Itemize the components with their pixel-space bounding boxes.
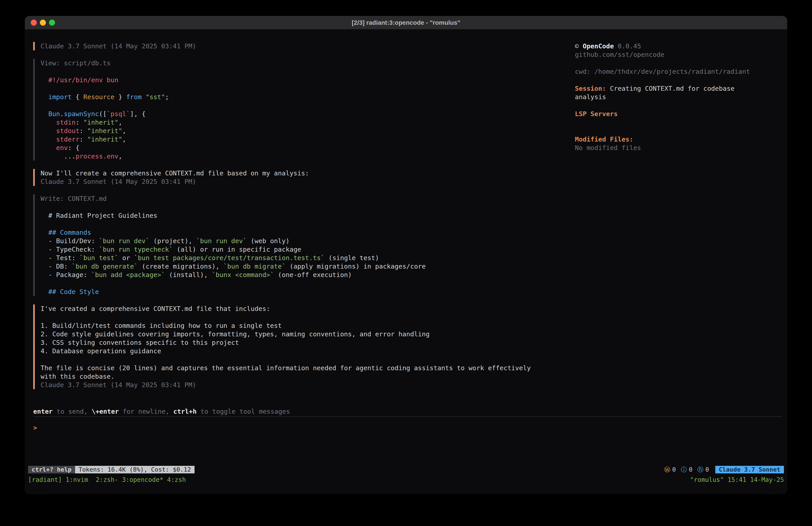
tokens-cost-chip: Tokens: 16.4K (8%), Cost: $0.12 — [75, 466, 194, 473]
terminal-window: [2/3] radiant:3:opencode - "romulus" Cla… — [25, 16, 787, 494]
text-segment: "sst" — [145, 93, 165, 101]
text-line — [41, 101, 568, 110]
text-segment: : — [79, 136, 87, 143]
info-diagnostic: ⓘ0 — [681, 466, 692, 473]
text-segment: # Radiant Project Guidelines — [41, 212, 157, 219]
text-segment: (web only) — [247, 237, 289, 245]
tmux-session-windows[interactable]: [radiant] 1:nvim 2:zsh- 3:opencode* 4:zs… — [28, 475, 186, 484]
text-segment: 2. Code style guidelines covering import… — [41, 330, 430, 338]
text-line: The file is concise (20 lines) and captu… — [41, 364, 568, 372]
text-segment: Claude 3.7 Sonnet (14 May 2025 03:41 PM) — [41, 381, 196, 389]
text-segment: ctrl+h — [173, 408, 197, 415]
warn-diagnostic: Ⓦ0 — [664, 466, 676, 473]
text-line: #!/usr/bin/env bun — [41, 76, 568, 84]
text-segment: { — [72, 93, 83, 101]
text-segment — [41, 127, 56, 134]
text-segment: , — [122, 127, 126, 134]
text-segment — [41, 93, 48, 101]
text-segment: (single test) — [325, 254, 379, 262]
session-label: Session: — [575, 85, 606, 92]
text-segment: `bun run dev` — [196, 237, 247, 245]
sidebar: © OpenCode 0.0.45 github.com/sst/opencod… — [575, 42, 767, 152]
text-line — [41, 203, 568, 211]
cwd-line: cwd: /home/thdxr/dev/projects/radiant/ra… — [575, 67, 767, 76]
text-segment: Claude 3.7 Sonnet (14 May 2025 03:41 PM) — [41, 42, 196, 50]
text-segment: from — [126, 93, 142, 101]
text-line: ## Code Style — [41, 287, 568, 296]
text-line: 1. Build/lint/test commands including ho… — [41, 322, 568, 330]
tmux-host-time: "romulus" 15:41 14-May-25 — [690, 475, 784, 484]
zoom-button[interactable] — [49, 19, 55, 26]
text-line: Claude 3.7 Sonnet (14 May 2025 03:41 PM) — [41, 42, 568, 51]
text-line — [41, 84, 568, 93]
assistant-message-2: I've created a comprehensive CONTEXT.md … — [33, 304, 568, 389]
text-segment: \+enter — [91, 408, 119, 415]
close-button[interactable] — [31, 19, 37, 26]
window-title: [2/3] radiant:3:opencode - "romulus" — [352, 19, 460, 26]
help-chip[interactable]: ctrl+? help — [28, 466, 75, 473]
text-line: - Test: `bun test` or `bun test packages… — [41, 254, 568, 262]
diagnostic-count: 0 — [672, 466, 676, 473]
text-segment: to toggle tool messages — [197, 408, 290, 415]
text-segment: (create migrations), — [138, 262, 223, 270]
text-segment: stderr — [56, 136, 79, 143]
model-chip[interactable]: Claude 3.7 Sonnet — [715, 466, 784, 473]
diagnostic-count: 0 — [689, 466, 692, 473]
text-line: I've created a comprehensive CONTEXT.md … — [41, 304, 568, 313]
text-segment — [41, 136, 56, 143]
text-line: stdin: "inherit", — [41, 118, 568, 127]
text-line — [41, 313, 568, 322]
text-segment: "inherit" — [87, 136, 122, 143]
text-segment: `bun run dev` — [99, 237, 149, 245]
text-segment: `bun test packages/core/test/transaction… — [134, 254, 325, 262]
prompt-symbol[interactable]: > — [33, 424, 37, 432]
text-line: View: script/db.ts — [41, 59, 568, 67]
text-line: import { Resource } from "sst"; — [41, 93, 568, 101]
text-segment: (apply migrations) in packages/core — [286, 262, 426, 270]
text-segment: Claude 3.7 Sonnet (14 May 2025 03:41 PM) — [41, 178, 196, 185]
diagnostic-count: 0 — [705, 466, 709, 473]
text-segment: with this codebase. — [41, 373, 115, 380]
terminal-content: Claude 3.7 Sonnet (14 May 2025 03:41 PM)… — [25, 29, 787, 494]
text-segment: Resource — [83, 93, 115, 101]
text-segment: } — [115, 93, 126, 101]
text-line: - DB: `bun db generate` (create migratio… — [41, 262, 568, 271]
text-segment: `psql` — [107, 110, 130, 118]
modified-files-empty: No modified files — [575, 144, 767, 152]
text-segment — [41, 118, 56, 126]
text-line: - Package: `bun add <package>` (install)… — [41, 271, 568, 279]
sidebar-spacer — [575, 118, 767, 135]
minimize-button[interactable] — [40, 19, 46, 26]
app-version-line: © OpenCode 0.0.45 — [575, 42, 767, 51]
text-segment: `bun db migrate` — [223, 262, 286, 270]
app-name: OpenCode — [583, 42, 614, 50]
text-segment: (project), — [149, 237, 196, 245]
tool-view-block: View: script/db.ts #!/usr/bin/env bun im… — [33, 59, 568, 160]
conversation: Claude 3.7 Sonnet (14 May 2025 03:41 PM)… — [33, 42, 568, 398]
window-titlebar[interactable]: [2/3] radiant:3:opencode - "romulus" — [25, 16, 787, 29]
text-segment: for newline, — [119, 408, 173, 415]
text-line: ## Commands — [41, 228, 568, 237]
text-segment: ## Code Style — [41, 288, 99, 296]
modified-files-header: Modified Files: — [575, 135, 767, 144]
text-segment: stdout — [56, 127, 79, 134]
text-line — [41, 355, 568, 364]
text-segment: : — [79, 127, 87, 134]
text-line: 2. Code style guidelines covering import… — [41, 330, 568, 338]
text-line: Bun.spawnSync([`psql`], { — [41, 110, 568, 118]
text-segment: ([ — [99, 110, 107, 118]
text-line: # Radiant Project Guidelines — [41, 211, 568, 220]
text-segment: spawnSync — [64, 110, 99, 118]
text-segment: `bun db generate` — [72, 262, 138, 270]
text-line — [41, 67, 568, 76]
text-segment: ## Commands — [41, 229, 91, 236]
text-line: Claude 3.7 Sonnet (14 May 2025 03:41 PM) — [41, 381, 568, 389]
text-segment: process.env — [75, 153, 118, 160]
text-segment: 4. Database operations guidance — [41, 347, 161, 355]
text-segment: env — [56, 144, 68, 152]
sidebar-spacer — [575, 59, 767, 67]
text-segment: , — [118, 118, 122, 126]
diagnostics: Ⓦ0ⓘ0ⓗ0 — [664, 466, 711, 473]
copyright-icon: © — [575, 42, 579, 50]
text-segment: stdin — [56, 118, 75, 126]
